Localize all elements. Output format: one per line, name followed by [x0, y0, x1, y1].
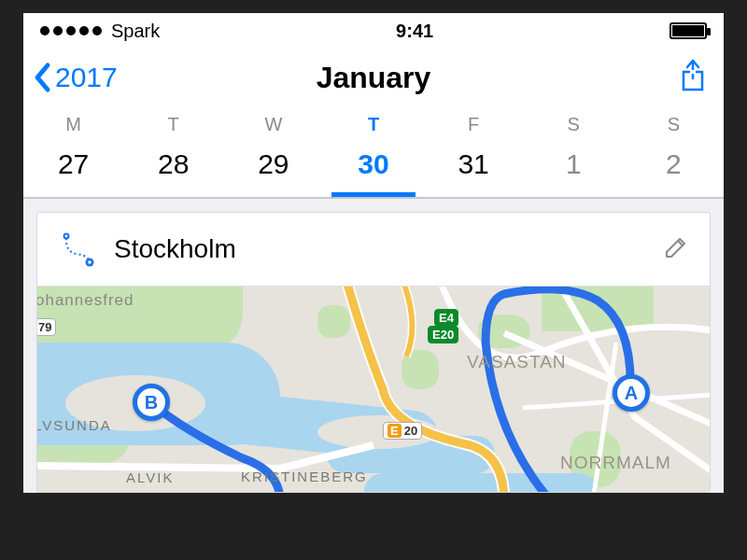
day-number-label: 29: [223, 148, 323, 180]
day-of-week-label: S: [524, 114, 624, 135]
day-cell[interactable]: T28: [123, 114, 223, 197]
day-of-week-label: W: [223, 114, 323, 135]
signal-dots-icon: [40, 26, 102, 35]
map-label: KRISTINEBERG: [241, 469, 368, 484]
svg-point-6: [88, 260, 92, 264]
battery-icon: [669, 22, 707, 39]
map-pin-a[interactable]: A: [613, 374, 650, 412]
trip-card: Stockholm: [36, 212, 711, 493]
road-shield: E20: [428, 326, 458, 343]
share-icon: [679, 58, 707, 93]
map-label: NORRMALM: [560, 453, 671, 473]
map-label: ALVIK: [126, 469, 174, 485]
map-view[interactable]: ohannesfred VASASTAN NORRMALM LVSUNDA AL…: [37, 287, 710, 492]
week-strip: M27T28W29T30F31S1S2: [23, 106, 724, 197]
trip-card-header: Stockholm: [37, 213, 710, 287]
share-button[interactable]: [679, 58, 707, 97]
map-label: ohannesfred: [37, 291, 134, 310]
city-label: Stockholm: [114, 234, 646, 264]
clock-label: 9:41: [396, 21, 433, 42]
day-number-label: 2: [624, 148, 724, 180]
back-label: 2017: [55, 62, 118, 93]
map-label: VASASTAN: [467, 352, 567, 372]
day-cell[interactable]: S1: [524, 114, 624, 197]
day-of-week-label: T: [323, 114, 423, 135]
day-cell[interactable]: W29: [223, 114, 323, 197]
back-button[interactable]: 2017: [33, 62, 118, 93]
edit-button[interactable]: [663, 234, 689, 264]
route-icon: [58, 230, 97, 269]
road-shield: E20: [383, 422, 422, 440]
day-number-label: 28: [123, 148, 223, 180]
day-cell[interactable]: F31: [424, 114, 524, 197]
svg-point-4: [65, 235, 68, 238]
day-cell[interactable]: T30: [323, 114, 423, 197]
day-of-week-label: T: [123, 114, 223, 135]
phone-frame: Spark 9:41 2017 January M27T28W29T30F31S…: [23, 13, 724, 493]
page-title: January: [23, 61, 724, 95]
day-number-label: 31: [424, 148, 524, 180]
map-pin-b[interactable]: B: [133, 384, 170, 421]
day-cell[interactable]: M27: [23, 114, 123, 197]
day-of-week-label: F: [424, 114, 524, 135]
pencil-icon: [663, 234, 689, 260]
day-number-label: 30: [323, 148, 423, 180]
day-of-week-label: S: [624, 114, 724, 135]
road-shield: 79: [37, 318, 56, 336]
day-number-label: 1: [524, 148, 624, 180]
day-of-week-label: M: [23, 114, 123, 135]
carrier-label: Spark: [111, 21, 160, 42]
nav-bar: 2017 January: [23, 49, 724, 106]
road-shield: E4: [434, 309, 458, 327]
day-cell[interactable]: S2: [624, 114, 724, 197]
map-label: LVSUNDA: [37, 417, 112, 433]
status-bar: Spark 9:41: [23, 13, 724, 49]
day-number-label: 27: [23, 148, 123, 180]
chevron-left-icon: [33, 62, 53, 93]
svg-rect-2: [690, 70, 696, 74]
content-area: Stockholm: [23, 199, 724, 493]
